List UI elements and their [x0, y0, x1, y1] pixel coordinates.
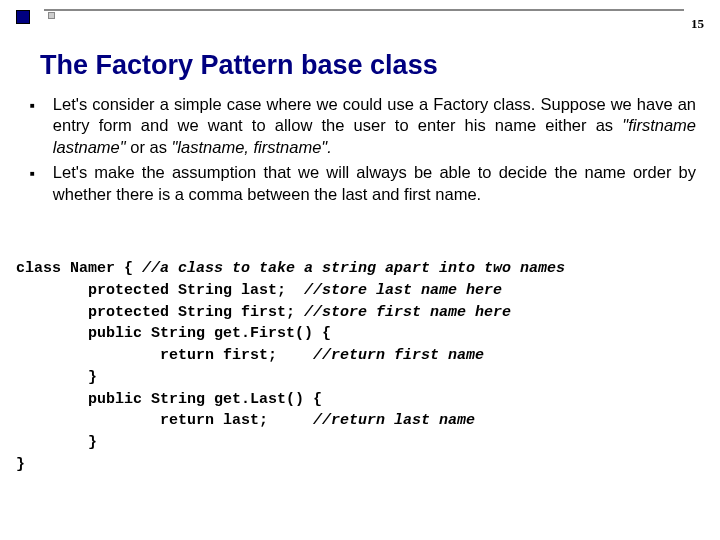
- code-comment: //store last name here: [304, 282, 502, 299]
- page-number: 15: [691, 16, 704, 32]
- code-text: class Namer {: [16, 260, 142, 277]
- code-text: return last;: [16, 412, 313, 429]
- bullet-list: ■ Let's consider a simple case where we …: [30, 94, 696, 205]
- code-text: protected String last;: [16, 282, 304, 299]
- code-comment: //a class to take a string apart into tw…: [142, 260, 565, 277]
- code-line: protected String last; //store last name…: [16, 282, 502, 299]
- code-line: protected String first; //store first na…: [16, 304, 511, 321]
- code-comment: //return first name: [313, 347, 484, 364]
- code-line: return first; //return first name: [16, 347, 484, 364]
- bullet-item: ■ Let's consider a simple case where we …: [30, 94, 696, 158]
- code-text: protected String first;: [16, 304, 304, 321]
- header-square-icon: [16, 10, 30, 24]
- bullet-marker-icon: ■: [30, 101, 35, 158]
- text-span-italic: "lastname, firstname".: [172, 138, 332, 156]
- header-decoration: [16, 10, 32, 24]
- code-line: public String get.Last() {: [16, 391, 322, 408]
- code-block: class Namer { //a class to take a string…: [16, 258, 704, 476]
- bullet-marker-icon: ■: [30, 169, 35, 205]
- code-line: }: [16, 434, 97, 451]
- text-span: or as: [126, 138, 172, 156]
- code-line: return last; //return last name: [16, 412, 475, 429]
- code-line: class Namer { //a class to take a string…: [16, 260, 565, 277]
- code-line: }: [16, 369, 97, 386]
- code-comment: //return last name: [313, 412, 475, 429]
- header-line: [44, 9, 684, 11]
- text-span: Let's consider a simple case where we co…: [53, 95, 696, 134]
- code-line: }: [16, 456, 25, 473]
- bullet-text: Let's make the assumption that we will a…: [53, 162, 696, 205]
- text-span: Let's make the assumption that we will a…: [53, 163, 696, 202]
- bullet-item: ■ Let's make the assumption that we will…: [30, 162, 696, 205]
- header-small-square: [48, 12, 55, 19]
- code-comment: //store first name here: [304, 304, 511, 321]
- code-text: return first;: [16, 347, 313, 364]
- content-area: ■ Let's consider a simple case where we …: [30, 94, 696, 209]
- bullet-text: Let's consider a simple case where we co…: [53, 94, 696, 158]
- slide-title: The Factory Pattern base class: [40, 50, 438, 81]
- code-line: public String get.First() {: [16, 325, 331, 342]
